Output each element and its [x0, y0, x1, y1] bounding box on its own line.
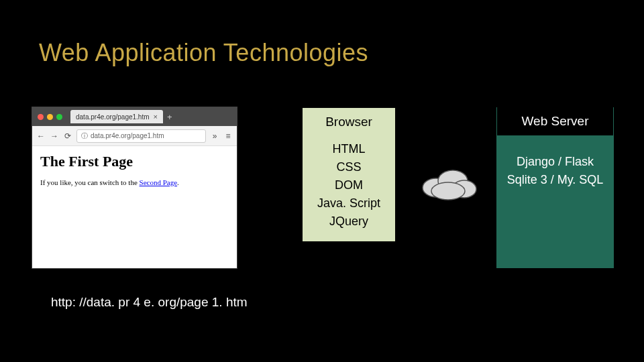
overflow-icon: » — [210, 131, 219, 141]
menu-icon: ≡ — [223, 131, 233, 141]
browser-box-body: HTML CSS DOM Java. Script JQuery — [303, 136, 395, 241]
server-tech-box: Web Server Django / Flask Sqlite 3 / My.… — [496, 107, 614, 268]
close-dot-icon — [38, 114, 44, 120]
second-page-link: Second Page — [140, 178, 178, 186]
tab-title: data.pr4e.org/page1.htm — [76, 113, 150, 121]
tech-item: Java. Script — [305, 194, 392, 213]
tech-item: HTML — [305, 140, 392, 158]
back-icon: ← — [36, 131, 46, 141]
browser-toolbar: ← → ⟳ ⓘ data.pr4e.org/page1.htm » ≡ — [32, 126, 237, 146]
url-caption: http: //data. pr 4 e. org/page 1. htm — [51, 295, 248, 310]
tech-item: CSS — [305, 158, 392, 176]
svg-point-3 — [431, 182, 465, 200]
browser-tech-box: Browser HTML CSS DOM Java. Script JQuery — [302, 107, 396, 242]
browser-tab: data.pr4e.org/page1.htm × — [70, 110, 163, 123]
server-box-header: Web Server — [497, 107, 613, 135]
forward-icon: → — [50, 131, 59, 141]
minimize-dot-icon — [47, 114, 53, 120]
page-heading: The First Page — [40, 153, 229, 170]
browser-screenshot: data.pr4e.org/page1.htm × + ← → ⟳ ⓘ data… — [32, 107, 237, 268]
tab-strip: data.pr4e.org/page1.htm × + — [32, 107, 237, 126]
server-box-body: Django / Flask Sqlite 3 / My. SQL — [496, 135, 614, 189]
tech-item: Sqlite 3 / My. SQL — [499, 171, 611, 189]
para-text-before: If you like, you can switch to the — [40, 178, 140, 186]
tech-item: Django / Flask — [499, 153, 611, 171]
browser-box-header: Browser — [303, 108, 395, 136]
page-paragraph: If you like, you can switch to the Secon… — [40, 178, 229, 186]
reload-icon: ⟳ — [63, 131, 72, 141]
tech-item: DOM — [305, 176, 392, 194]
new-tab-icon: + — [167, 112, 172, 122]
page-content: The First Page If you like, you can swit… — [32, 146, 237, 193]
slide-title: Web Application Technologies — [39, 39, 368, 67]
tech-item: JQuery — [305, 213, 392, 231]
address-text: data.pr4e.org/page1.htm — [91, 132, 164, 139]
address-bar: ⓘ data.pr4e.org/page1.htm — [76, 129, 206, 143]
cloud-icon — [416, 161, 483, 201]
window-controls — [32, 114, 68, 120]
para-text-after: . — [177, 178, 179, 186]
tab-close-icon: × — [154, 113, 158, 121]
info-icon: ⓘ — [81, 131, 88, 141]
zoom-dot-icon — [56, 114, 62, 120]
